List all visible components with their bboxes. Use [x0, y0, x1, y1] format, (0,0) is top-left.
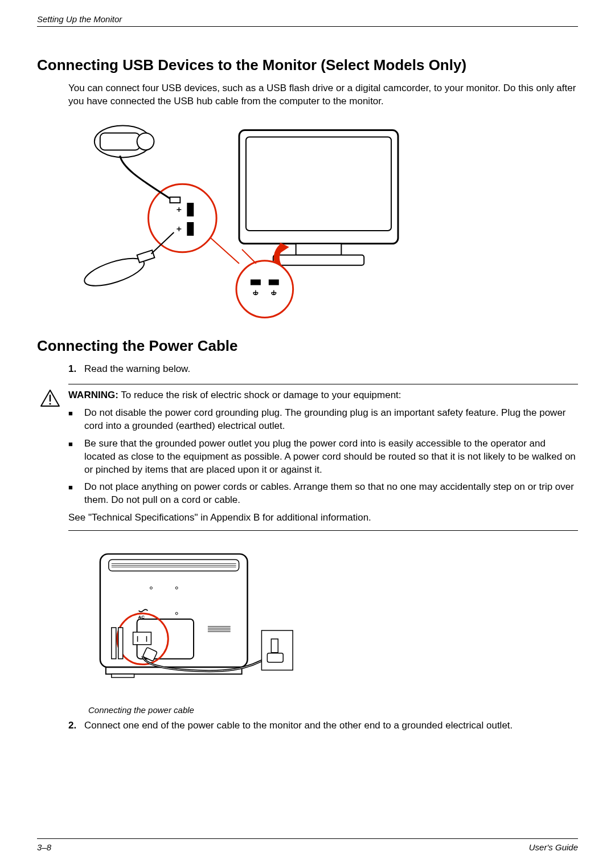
- step-2-text: Connect one end of the power cable to th…: [84, 719, 512, 732]
- heading-power: Connecting the Power Cable: [37, 337, 578, 355]
- warning-bullet-3: ■ Do not place anything on power cords o…: [68, 481, 578, 507]
- paragraph-usb: You can connect four USB devices, such a…: [68, 82, 578, 108]
- page-number: 3–8: [37, 842, 51, 852]
- svg-rect-14: [100, 133, 140, 150]
- svg-point-9: [149, 184, 217, 252]
- warning-label: WARNING:: [68, 390, 118, 400]
- svg-rect-46: [271, 639, 278, 653]
- warning-bullet-2: ■ Be sure that the grounded power outlet…: [68, 437, 578, 477]
- svg-rect-42: [112, 628, 116, 659]
- warning-footer: See "Technical Specifications" in Append…: [68, 511, 578, 525]
- svg-point-21: [49, 403, 51, 404]
- bullet-icon: ■: [68, 437, 84, 477]
- bullet-icon: ■: [68, 407, 84, 433]
- heading-usb: Connecting USB Devices to the Monitor (S…: [37, 56, 578, 74]
- svg-line-8: [242, 249, 256, 264]
- warning-intro-text: To reduce the risk of electric shock or …: [118, 390, 401, 400]
- svg-rect-6: [251, 280, 261, 285]
- svg-rect-41: [112, 674, 134, 678]
- svg-rect-43: [118, 628, 123, 659]
- figure-power-cable: AC: [88, 542, 308, 702]
- bullet-text: Do not disable the power cord grounding …: [84, 407, 578, 433]
- page-footer: 3–8 User's Guide: [37, 838, 578, 852]
- warning-bullet-1: ■ Do not disable the power cord groundin…: [68, 407, 578, 433]
- step-2-number: 2.: [68, 719, 84, 732]
- svg-point-17: [81, 253, 147, 292]
- svg-rect-11: [187, 222, 194, 236]
- step-1: 1. Read the warning below.: [68, 363, 578, 376]
- svg-rect-10: [187, 203, 194, 216]
- svg-rect-1: [246, 137, 391, 230]
- step-1-number: 1.: [68, 363, 84, 376]
- svg-rect-2: [296, 244, 342, 255]
- step-1-text: Read the warning below.: [84, 363, 190, 376]
- warning-box: WARNING: To reduce the risk of electric …: [68, 384, 578, 531]
- svg-rect-18: [137, 250, 155, 263]
- page-header: Setting Up the Monitor: [37, 14, 578, 27]
- svg-rect-3: [273, 255, 364, 265]
- header-section-title: Setting Up the Monitor: [37, 14, 122, 24]
- figure-caption: Connecting the power cable: [88, 705, 578, 715]
- svg-line-12: [211, 238, 239, 264]
- svg-point-15: [137, 133, 154, 150]
- figure-usb-devices: [68, 118, 404, 324]
- svg-text:AC: AC: [138, 615, 145, 620]
- svg-rect-47: [267, 653, 283, 662]
- svg-rect-36: [133, 632, 151, 645]
- bullet-icon: ■: [68, 481, 84, 507]
- step-2: 2. Connect one end of the power cable to…: [68, 719, 578, 732]
- warning-icon: [40, 389, 60, 407]
- doc-title: User's Guide: [529, 842, 578, 852]
- svg-rect-7: [269, 280, 279, 285]
- svg-point-5: [236, 261, 293, 318]
- svg-rect-16: [170, 197, 180, 203]
- bullet-text: Do not place anything on power cords or …: [84, 481, 578, 507]
- warning-intro: WARNING: To reduce the risk of electric …: [68, 389, 578, 402]
- bullet-text: Be sure that the grounded power outlet y…: [84, 437, 578, 477]
- warning-bullets: ■ Do not disable the power cord groundin…: [68, 407, 578, 507]
